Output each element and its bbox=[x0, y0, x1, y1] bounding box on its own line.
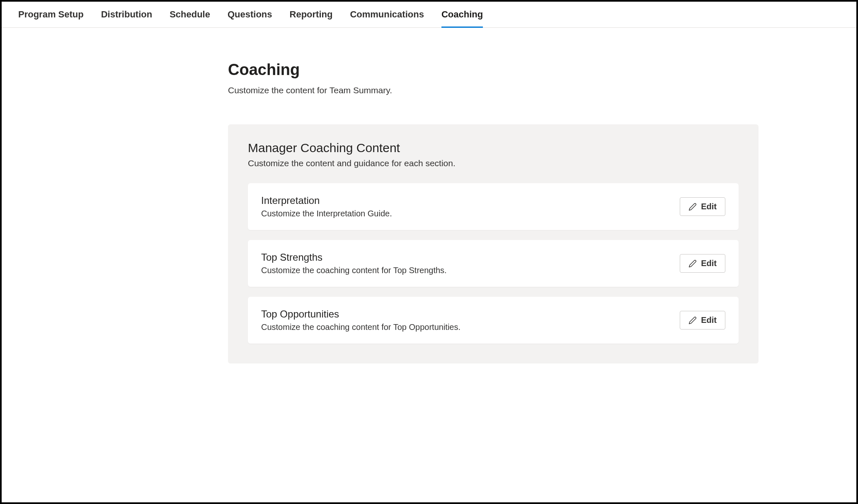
pencil-icon bbox=[688, 203, 697, 211]
tab-reporting[interactable]: Reporting bbox=[290, 9, 333, 27]
card-title: Top Strengths bbox=[261, 252, 447, 263]
pencil-icon bbox=[688, 259, 697, 268]
edit-label: Edit bbox=[701, 259, 717, 268]
tab-schedule[interactable]: Schedule bbox=[170, 9, 210, 27]
card-desc: Customize the coaching content for Top S… bbox=[261, 266, 447, 275]
edit-button-top-strengths[interactable]: Edit bbox=[680, 254, 725, 273]
tab-distribution[interactable]: Distribution bbox=[101, 9, 152, 27]
card-text: Top Opportunities Customize the coaching… bbox=[261, 308, 461, 332]
tab-program-setup[interactable]: Program Setup bbox=[18, 9, 84, 27]
card-desc: Customize the Interpretation Guide. bbox=[261, 209, 392, 218]
tab-coaching[interactable]: Coaching bbox=[441, 9, 483, 27]
card-top-strengths: Top Strengths Customize the coaching con… bbox=[248, 240, 739, 287]
card-text: Interpretation Customize the Interpretat… bbox=[261, 195, 392, 218]
panel-title: Manager Coaching Content bbox=[248, 141, 739, 155]
page-content: Coaching Customize the content for Team … bbox=[2, 28, 856, 363]
page-title: Coaching bbox=[228, 61, 759, 79]
edit-label: Edit bbox=[701, 202, 717, 211]
panel-subtitle: Customize the content and guidance for e… bbox=[248, 158, 739, 168]
card-interpretation: Interpretation Customize the Interpretat… bbox=[248, 183, 739, 230]
manager-coaching-panel: Manager Coaching Content Customize the c… bbox=[228, 124, 759, 363]
tab-questions[interactable]: Questions bbox=[228, 9, 272, 27]
pencil-icon bbox=[688, 316, 697, 325]
nav-tabs: Program Setup Distribution Schedule Ques… bbox=[2, 2, 856, 28]
card-title: Interpretation bbox=[261, 195, 392, 206]
edit-button-top-opportunities[interactable]: Edit bbox=[680, 311, 725, 330]
tab-communications[interactable]: Communications bbox=[350, 9, 424, 27]
edit-label: Edit bbox=[701, 315, 717, 325]
card-title: Top Opportunities bbox=[261, 308, 461, 320]
card-desc: Customize the coaching content for Top O… bbox=[261, 322, 461, 332]
page-subtitle: Customize the content for Team Summary. bbox=[228, 85, 759, 95]
edit-button-interpretation[interactable]: Edit bbox=[680, 197, 725, 216]
card-top-opportunities: Top Opportunities Customize the coaching… bbox=[248, 297, 739, 344]
content-wrapper: Coaching Customize the content for Team … bbox=[228, 61, 759, 363]
card-text: Top Strengths Customize the coaching con… bbox=[261, 252, 447, 275]
